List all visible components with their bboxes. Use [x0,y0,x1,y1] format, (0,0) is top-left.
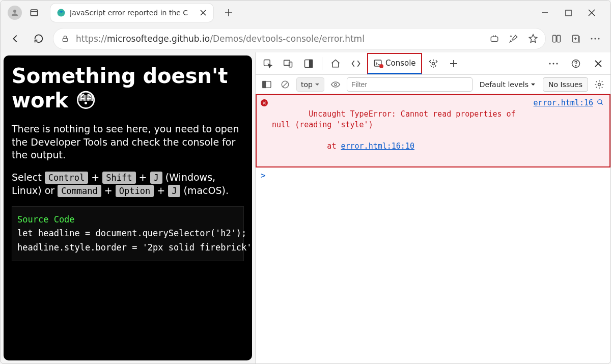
page-content: Something doesn't work 😳 There is nothin… [4,55,252,360]
kbd-control: Control [45,172,89,184]
devtools-help-icon[interactable] [567,54,585,73]
welcome-tab-icon[interactable] [326,54,345,73]
tab-actions-icon[interactable] [27,6,41,20]
refresh-button[interactable] [30,30,47,47]
svg-text:A: A [510,35,512,38]
svg-point-22 [591,38,592,39]
svg-rect-27 [289,62,292,67]
console-prompt[interactable]: > [256,167,610,183]
browser-tab[interactable]: JavaScript error reported in the C [50,4,213,22]
console-toolbar: top Default levels No Issues [256,75,610,94]
console-error-row[interactable]: ✕ Uncaught TypeError: Cannot read proper… [256,94,610,167]
live-expression-icon[interactable] [328,77,343,92]
svg-point-32 [432,62,434,65]
kbd-j-mac: J [168,185,180,197]
svg-rect-13 [491,37,498,41]
page-heading: Something doesn't work 😳 [12,64,244,113]
read-aloud-icon[interactable]: A [509,34,519,44]
page-instructions: Select Control + Shift + J (Windows, Lin… [12,171,244,197]
clear-console-icon[interactable] [278,77,292,92]
close-window-button[interactable] [587,8,596,17]
svg-point-37 [556,63,558,64]
log-levels-selector[interactable]: Default levels [477,80,539,89]
svg-rect-17 [553,35,557,42]
sources-tab-icon[interactable] [424,54,442,73]
svg-point-46 [335,83,337,85]
devtools-panel: Console top Default levels No I [255,52,610,363]
elements-tab-icon[interactable] [347,54,365,73]
svg-rect-18 [557,35,561,42]
devtools-close-icon[interactable] [589,54,607,73]
profile-avatar[interactable] [8,6,22,20]
kbd-j: J [150,172,162,184]
toggle-sidebar-icon[interactable] [260,77,274,92]
svg-point-39 [575,65,576,66]
console-icon [373,59,382,68]
edge-favicon-icon [57,8,66,17]
svg-point-48 [598,100,602,104]
svg-line-45 [283,82,288,87]
svg-point-24 [598,38,599,39]
page-viewport: Something doesn't work 😳 There is nothin… [1,52,255,363]
svg-rect-43 [263,81,266,88]
console-tab-label: Console [385,59,416,68]
inspect-element-icon[interactable] [259,54,277,73]
page-intro: There is nothing to see here, you need t… [12,123,244,162]
address-bar[interactable]: https://microsoftedge.github.io/Demos/de… [53,29,545,49]
error-icon: ✕ [261,99,268,106]
close-tab-icon[interactable] [199,9,207,17]
svg-point-0 [13,10,16,13]
browser-titlebar: JavaScript error reported in the C [1,1,610,25]
svg-point-36 [552,63,554,64]
svg-rect-9 [566,10,571,16]
maximize-button[interactable] [564,8,573,17]
error-stack-link[interactable]: error.html:16:10 [341,142,414,151]
kbd-shift: Shift [102,172,135,184]
devtools-tab-bar: Console [256,52,610,75]
new-tab-button[interactable] [220,5,237,21]
svg-line-49 [601,103,603,105]
back-button[interactable] [7,30,24,47]
devtools-more-icon[interactable] [544,54,563,73]
svg-point-23 [594,38,596,39]
svg-point-47 [598,83,601,86]
favorite-icon[interactable] [528,34,538,44]
source-code-box: Source Code let headline = document.quer… [12,206,244,261]
no-issues-button[interactable]: No Issues [543,77,588,92]
dock-side-icon[interactable] [299,54,318,73]
console-tab[interactable]: Console [367,53,422,74]
chevron-down-icon [531,82,536,87]
window-controls [540,8,608,17]
address-bar-row: https://microsoftedge.github.io/Demos/de… [1,25,610,52]
svg-point-35 [549,63,550,64]
collections-icon[interactable] [571,34,581,44]
chevron-down-icon [315,82,320,87]
minimize-button[interactable] [540,8,549,17]
code-line: let headline = document.querySelector('h… [17,227,238,240]
error-source-link[interactable]: error.html:16 [534,98,593,107]
svg-rect-1 [31,10,37,16]
prompt-chevron-icon: > [261,171,266,180]
enhance-icon[interactable] [489,34,499,44]
url-text: https://microsoftedge.github.io/Demos/de… [76,34,483,44]
filter-input[interactable] [347,77,473,92]
reveal-source-icon[interactable] [596,98,604,106]
more-icon[interactable] [590,34,600,44]
context-selector[interactable]: top [296,77,324,92]
console-settings-icon[interactable] [592,77,606,92]
code-label: Source Code [17,213,238,227]
error-message: Uncaught TypeError: Cannot read properti… [272,98,523,162]
svg-rect-12 [63,38,67,41]
tab-title: JavaScript error reported in the C [70,9,195,17]
device-toolbar-icon[interactable] [279,54,297,73]
more-tabs-icon[interactable] [445,54,463,73]
svg-rect-29 [310,60,313,67]
kbd-command: Command [58,185,101,197]
site-info-icon[interactable] [61,34,70,43]
code-line: headline.style.border = '2px solid fireb… [17,241,238,255]
kbd-option: Option [116,185,154,197]
split-screen-icon[interactable] [551,34,562,44]
